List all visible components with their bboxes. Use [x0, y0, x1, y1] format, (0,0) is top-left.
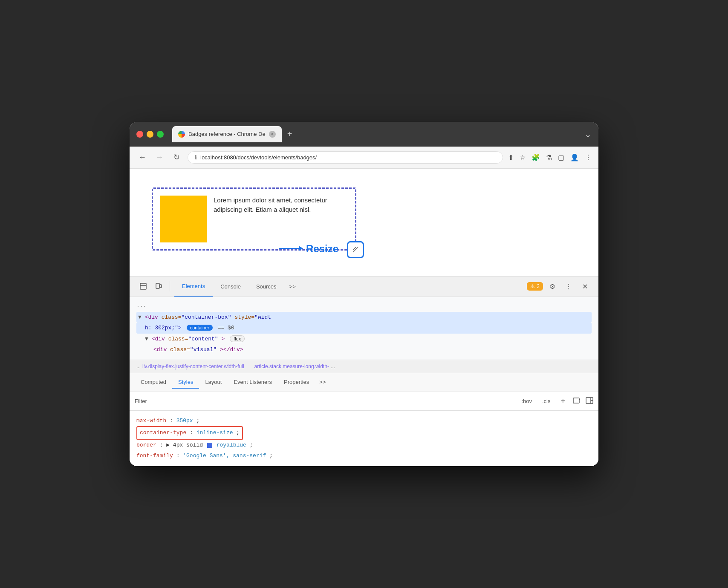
address-actions: ⬆ ☆ 🧩 ⚗ ▢ 👤 ⋮	[508, 153, 592, 161]
browser-window: Badges reference - Chrome De × + ⌄ ← → ↻…	[130, 122, 598, 467]
active-tab[interactable]: Badges reference - Chrome De ×	[172, 126, 282, 142]
resize-handle[interactable]	[347, 241, 364, 258]
back-button[interactable]: ←	[136, 153, 148, 162]
flex-badge: flex	[230, 335, 245, 342]
breadcrumb-bar: ... liv.display-flex.justify-content-cen…	[130, 360, 598, 373]
tab-more[interactable]: >>	[284, 280, 301, 293]
css-line-maxwidth: max-width : 350px ;	[136, 416, 592, 427]
demo-container-box: Lorem ipsum dolor sit amet, consectetur …	[152, 187, 356, 251]
extensions-icon[interactable]: 🧩	[532, 153, 540, 161]
inspector-icon[interactable]	[136, 280, 150, 293]
breadcrumb-text2[interactable]: article.stack.measure-long.width-	[254, 363, 329, 369]
tab-menu-button[interactable]: ⌄	[584, 129, 592, 139]
dom-panel: ··· ▼ <div class="container-box" style="…	[130, 297, 598, 360]
new-style-rule-icon[interactable]	[573, 397, 581, 406]
profile-icon[interactable]: 👤	[570, 153, 579, 161]
minimize-traffic-light[interactable]	[147, 131, 153, 138]
resize-arrow-line	[279, 248, 303, 249]
css-line-font-family: font-family : 'Google Sans', sans-serif …	[136, 451, 592, 461]
sub-tabs: Computed Styles Layout Event Listeners P…	[135, 376, 330, 389]
forward-button[interactable]: →	[153, 153, 165, 162]
toggle-sidebar-icon[interactable]	[586, 397, 593, 406]
maximize-traffic-light[interactable]	[157, 131, 164, 138]
sub-tab-styles[interactable]: Styles	[172, 376, 199, 389]
toolbar-separator	[170, 281, 170, 291]
devtools-tabs: Elements Console Sources >>	[174, 276, 525, 297]
tab-elements[interactable]: Elements	[174, 276, 213, 297]
tab-close-button[interactable]: ×	[269, 131, 276, 138]
devtools-toolbar: Elements Console Sources >> ⚠ 2 ⚙ ⋮ ✕	[130, 277, 598, 297]
breadcrumb-more: ...	[331, 363, 335, 369]
dom-line-container[interactable]: ▼ <div class="container-box" style="widt	[136, 312, 592, 323]
add-style-button[interactable]: +	[558, 396, 568, 406]
warning-badge[interactable]: ⚠ 2	[527, 282, 543, 291]
devtools-panel: Elements Console Sources >> ⚠ 2 ⚙ ⋮ ✕	[130, 277, 598, 467]
breadcrumb-dots: ...	[136, 363, 141, 369]
resize-icon	[352, 246, 359, 253]
menu-icon[interactable]: ⋮	[585, 153, 592, 161]
close-devtools-button[interactable]: ✕	[578, 280, 592, 293]
hov-button[interactable]: :hov	[519, 397, 534, 405]
css-highlight-box: container-type : inline-size ;	[136, 426, 243, 440]
filter-actions: :hov .cls +	[519, 396, 593, 406]
css-line-border: border : ▶ 4px solid royalblue ;	[136, 440, 592, 451]
share-icon[interactable]: ⬆	[508, 153, 514, 161]
css-prop-container-type: container-type	[140, 429, 186, 436]
dom-line-dots: ···	[136, 301, 592, 312]
sub-tab-layout[interactable]: Layout	[199, 376, 228, 389]
title-bar: Badges reference - Chrome De × + ⌄	[130, 122, 598, 147]
tab-favicon	[178, 131, 185, 138]
tab-sources[interactable]: Sources	[248, 276, 284, 297]
tab-bar: Badges reference - Chrome De × + ⌄	[172, 126, 592, 142]
lock-icon: ℹ	[195, 154, 197, 161]
device-icon[interactable]	[152, 280, 165, 293]
breadcrumb-text[interactable]: liv.display-flex.justify-content-center.…	[142, 363, 244, 369]
warning-count: 2	[537, 283, 540, 289]
svg-rect-3	[160, 285, 162, 288]
filter-input[interactable]: Filter	[135, 398, 514, 404]
sub-tab-more[interactable]: >>	[315, 376, 330, 389]
resize-label: Resize	[306, 243, 338, 255]
more-options-icon[interactable]: ⋮	[562, 280, 575, 293]
new-tab-button[interactable]: +	[283, 128, 296, 141]
resize-annotation: Resize	[279, 243, 338, 255]
dom-dots: ···	[136, 303, 146, 310]
css-line-container-type: container-type : inline-size ;	[136, 426, 592, 440]
color-swatch-royalblue	[207, 443, 212, 448]
warning-icon: ⚠	[530, 283, 535, 289]
sub-tab-properties[interactable]: Properties	[278, 376, 315, 389]
css-val-container-type: inline-size	[196, 429, 233, 436]
settings-icon[interactable]: ⚙	[546, 280, 559, 293]
svg-rect-2	[156, 283, 159, 288]
arrow-head	[299, 246, 303, 251]
lorem-text: Lorem ipsum dolor sit amet, consectetur …	[214, 196, 348, 242]
dom-line-container-cont: h: 302px;"> container == $0	[136, 323, 592, 333]
url-text: localhost:8080/docs/devtools/elements/ba…	[200, 154, 496, 161]
filter-bar: Filter :hov .cls +	[130, 392, 598, 411]
css-panel: max-width : 350px ; container-type : inl…	[130, 411, 598, 467]
close-traffic-light[interactable]	[136, 131, 143, 138]
styles-toolbar: Computed Styles Layout Event Listeners P…	[130, 373, 598, 392]
bookmark-icon[interactable]: ☆	[520, 153, 526, 161]
dom-line-visual[interactable]: <div class="visual" ></div>	[136, 344, 592, 355]
yellow-visual-box	[160, 196, 207, 242]
tab-title: Badges reference - Chrome De	[188, 131, 266, 137]
traffic-lights	[136, 131, 164, 138]
sub-tab-computed[interactable]: Computed	[135, 376, 172, 389]
dom-line-content[interactable]: ▼ <div class="content" > flex	[136, 334, 592, 344]
reload-button[interactable]: ↻	[170, 153, 182, 162]
svg-rect-0	[140, 283, 146, 289]
devtools-right-actions: ⚠ 2 ⚙ ⋮ ✕	[527, 280, 592, 293]
experiments-icon[interactable]: ⚗	[546, 153, 552, 161]
cls-button[interactable]: .cls	[540, 397, 553, 405]
tab-console[interactable]: Console	[213, 276, 248, 297]
address-bar: ← → ↻ ℹ localhost:8080/docs/devtools/ele…	[130, 147, 598, 169]
page-content: Lorem ipsum dolor sit amet, consectetur …	[130, 169, 598, 277]
sub-tab-event-listeners[interactable]: Event Listeners	[228, 376, 278, 389]
container-badge: container	[187, 325, 213, 331]
svg-rect-4	[573, 398, 579, 403]
address-input[interactable]: ℹ localhost:8080/docs/devtools/elements/…	[188, 151, 503, 164]
reading-mode-icon[interactable]: ▢	[558, 153, 564, 161]
